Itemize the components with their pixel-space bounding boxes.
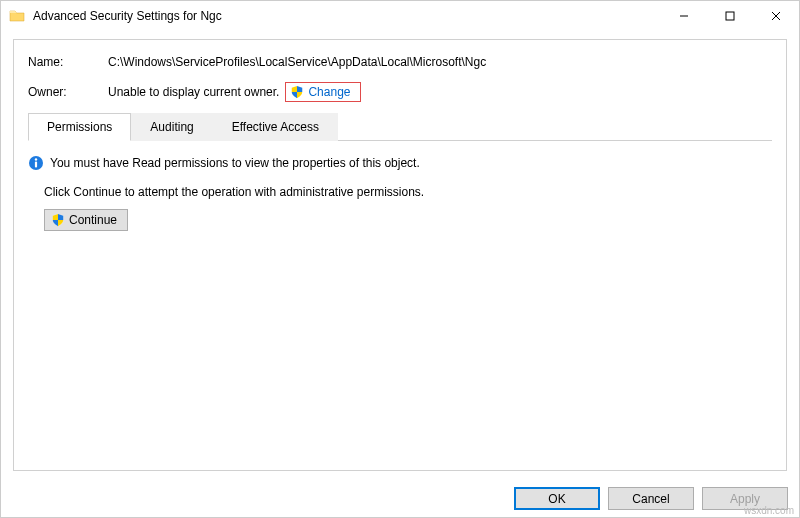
tab-permissions[interactable]: Permissions — [28, 113, 131, 141]
uac-shield-icon — [51, 213, 65, 227]
tab-effective-access[interactable]: Effective Access — [213, 113, 338, 141]
svg-rect-6 — [35, 162, 37, 168]
owner-row: Owner: Unable to display current owner. … — [28, 82, 772, 102]
close-button[interactable] — [753, 1, 799, 31]
info-icon — [28, 155, 44, 171]
name-row: Name: C:\Windows\ServiceProfiles\LocalSe… — [28, 52, 772, 72]
uac-shield-icon — [290, 85, 304, 99]
ok-button[interactable]: OK — [514, 487, 600, 510]
watermark: wsxdn.com — [744, 505, 794, 516]
name-value: C:\Windows\ServiceProfiles\LocalService\… — [108, 55, 486, 69]
tab-auditing[interactable]: Auditing — [131, 113, 212, 141]
window-title: Advanced Security Settings for Ngc — [33, 9, 661, 23]
cancel-button[interactable]: Cancel — [608, 487, 694, 510]
titlebar: Advanced Security Settings for Ngc — [1, 1, 799, 31]
maximize-button[interactable] — [707, 1, 753, 31]
owner-value: Unable to display current owner. — [108, 85, 279, 99]
continue-button[interactable]: Continue — [44, 209, 128, 231]
continue-label: Continue — [69, 213, 117, 227]
content-area: Name: C:\Windows\ServiceProfiles\LocalSe… — [13, 39, 787, 471]
name-label: Name: — [28, 55, 108, 69]
owner-label: Owner: — [28, 85, 108, 99]
svg-point-5 — [35, 158, 37, 160]
svg-rect-1 — [726, 12, 734, 20]
continue-text: Click Continue to attempt the operation … — [44, 185, 772, 199]
info-row: You must have Read permissions to view t… — [28, 155, 772, 171]
folder-icon — [9, 8, 25, 24]
change-owner-link[interactable]: Change — [285, 82, 361, 102]
tab-content: You must have Read permissions to view t… — [28, 141, 772, 231]
tab-bar: Permissions Auditing Effective Access — [28, 112, 772, 141]
info-text: You must have Read permissions to view t… — [50, 156, 420, 170]
change-owner-label: Change — [308, 85, 350, 99]
window-controls — [661, 1, 799, 31]
minimize-button[interactable] — [661, 1, 707, 31]
